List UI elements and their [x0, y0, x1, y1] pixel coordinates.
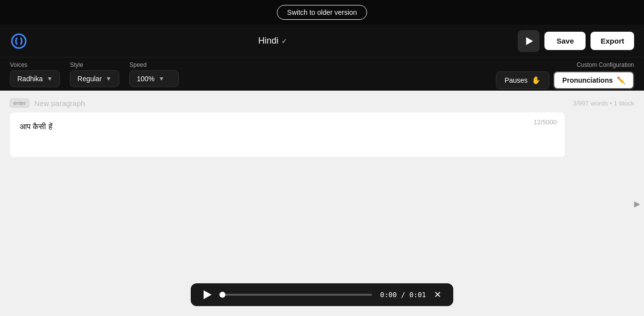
player-play-button[interactable]: [203, 290, 212, 299]
config-buttons: Pauses ✋ Pronunciations ✏️: [496, 71, 634, 89]
voices-dropdown[interactable]: Radhika ▼: [10, 70, 60, 87]
enter-badge: enter: [10, 99, 29, 107]
time-separator: /: [401, 291, 409, 299]
header: Hindi ✓ Save Export: [0, 25, 644, 57]
style-label: Style: [70, 61, 119, 68]
custom-config-label: Custom Configuration: [577, 61, 634, 68]
top-banner: Switch to older version: [0, 0, 644, 25]
style-control: Style Regular ▼: [70, 61, 119, 87]
new-paragraph-row: enter New paragraph 3/997 words • 1 bloc…: [10, 99, 634, 107]
main-content: enter New paragraph 3/997 words • 1 bloc…: [0, 91, 644, 316]
pen-icon: ✏️: [617, 76, 625, 84]
custom-config-section: Custom Configuration Pauses ✋ Pronunciat…: [496, 61, 634, 89]
header-center: Hindi ✓: [36, 36, 510, 46]
progress-thumb[interactable]: [219, 292, 225, 298]
export-button[interactable]: Export: [590, 32, 634, 50]
total-time: 0:01: [409, 291, 426, 299]
speed-value: 100%: [137, 75, 155, 83]
current-time: 0:00: [380, 291, 397, 299]
save-button[interactable]: Save: [544, 32, 586, 50]
speed-chevron-icon: ▼: [159, 75, 164, 82]
style-value: Regular: [77, 75, 102, 83]
svg-point-0: [12, 34, 26, 48]
time-display: 0:00 / 0:01: [380, 291, 426, 299]
speed-label: Speed: [129, 61, 179, 68]
word-count: 3/997 words • 1 block: [573, 100, 634, 107]
pauses-button[interactable]: Pauses ✋: [496, 71, 549, 89]
play-icon: [526, 37, 533, 45]
sidebar-expand-icon[interactable]: ▶: [634, 199, 640, 208]
switch-version-button[interactable]: Switch to older version: [277, 5, 368, 20]
play-header-button[interactable]: [518, 30, 539, 52]
voices-chevron-icon: ▼: [47, 75, 53, 82]
new-paragraph-placeholder: New paragraph: [34, 99, 85, 107]
header-actions: Save Export: [518, 30, 634, 52]
text-block[interactable]: 12/5000 आप कैसी हें: [10, 112, 565, 157]
speed-control: Speed 100% ▼: [129, 61, 179, 87]
style-dropdown[interactable]: Regular ▼: [70, 70, 119, 87]
pause-hand-icon: ✋: [532, 76, 541, 85]
text-content[interactable]: आप कैसी हें: [20, 120, 555, 133]
pronunciations-label: Pronunciations: [562, 76, 613, 84]
player-bar: 0:00 / 0:01 ✕: [191, 283, 453, 306]
progress-track[interactable]: [219, 294, 372, 296]
app-logo: [10, 32, 28, 50]
controls-bar: Voices Radhika ▼ Style Regular ▼ Speed 1…: [0, 57, 644, 91]
pauses-label: Pauses: [504, 76, 528, 84]
style-chevron-icon: ▼: [106, 75, 111, 82]
close-player-button[interactable]: ✕: [434, 290, 441, 299]
speed-dropdown[interactable]: 100% ▼: [129, 70, 179, 87]
player-play-icon: [204, 290, 212, 299]
voices-value: Radhika: [17, 75, 43, 83]
language-selector[interactable]: Hindi ✓: [258, 36, 287, 46]
voices-control: Voices Radhika ▼: [10, 61, 60, 87]
language-label: Hindi: [258, 36, 278, 46]
char-count: 12/5000: [534, 118, 557, 126]
voices-label: Voices: [10, 61, 60, 68]
language-chevron-icon: ✓: [281, 37, 287, 45]
pronunciations-button[interactable]: Pronunciations ✏️: [553, 71, 634, 89]
